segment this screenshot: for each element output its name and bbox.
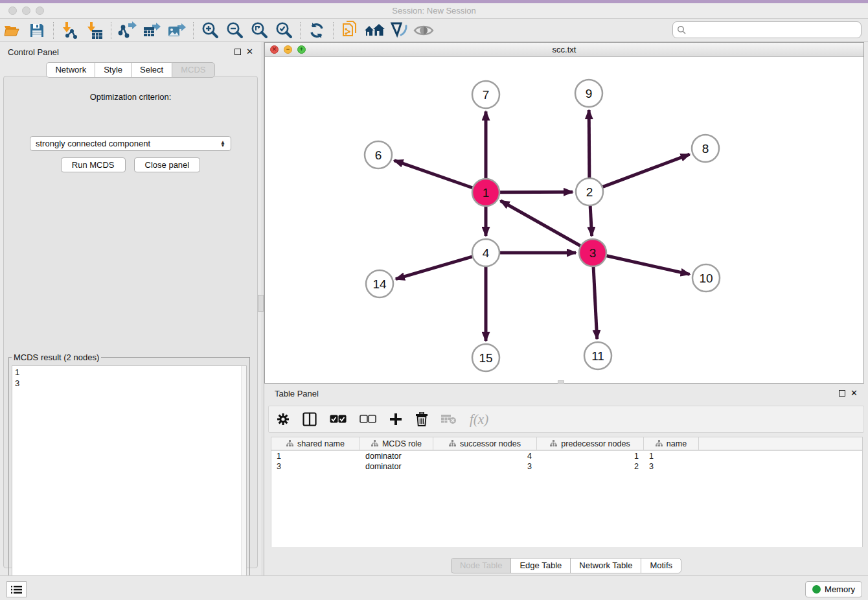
toolbar-separator: [53, 22, 54, 39]
tab-style[interactable]: Style: [95, 62, 131, 78]
home-layout-icon[interactable]: [362, 20, 387, 41]
import-table-icon[interactable]: [82, 20, 107, 41]
network-minimize-icon[interactable]: −: [284, 45, 292, 54]
main-toolbar: [0, 19, 868, 42]
table-cell[interactable]: 2: [537, 462, 644, 471]
graph-node-2[interactable]: 2: [576, 178, 603, 205]
show-graphics-icon[interactable]: [411, 20, 436, 41]
app-title: Session: New Session: [0, 6, 868, 16]
node-table-header: shared nameMCDS rolesuccessor nodesprede…: [271, 437, 862, 451]
memory-status-icon: [812, 585, 821, 594]
tab-mcds[interactable]: MCDS: [172, 62, 214, 78]
network-maximize-icon[interactable]: +: [297, 45, 306, 54]
float-panel-icon[interactable]: [234, 49, 241, 55]
table-cell[interactable]: 3: [644, 462, 699, 471]
table-cell[interactable]: 1: [271, 452, 360, 461]
table-cell[interactable]: dominator: [360, 462, 433, 471]
graph-node-4[interactable]: 4: [472, 239, 499, 266]
add-column-icon[interactable]: [389, 408, 402, 430]
svg-text:15: 15: [479, 351, 492, 365]
edge-4-14[interactable]: [396, 257, 472, 279]
node-table: shared nameMCDS rolesuccessor nodesprede…: [271, 437, 863, 548]
result-scrollbar[interactable]: [241, 366, 246, 600]
column-header-shared-name[interactable]: shared name: [271, 437, 360, 450]
close-panel-button[interactable]: Close panel: [134, 157, 201, 172]
zoom-out-icon[interactable]: [222, 20, 247, 41]
column-header-successor-nodes[interactable]: successor nodes: [433, 437, 537, 450]
svg-text:4: 4: [483, 246, 490, 260]
search-input[interactable]: [689, 25, 861, 35]
table-tab-node-table[interactable]: Node Table: [451, 558, 511, 573]
tab-network[interactable]: Network: [46, 62, 95, 78]
memory-button[interactable]: Memory: [805, 581, 862, 597]
hide-annotations-icon[interactable]: [387, 20, 411, 41]
table-cell[interactable]: 3: [271, 462, 360, 471]
table-row[interactable]: 1dominator411: [271, 451, 862, 461]
graph-node-1[interactable]: 1: [472, 179, 499, 206]
export-image-icon[interactable]: [165, 20, 189, 41]
delete-table-icon-disabled: [441, 408, 457, 430]
select-all-icon[interactable]: [330, 408, 347, 430]
table-cell[interactable]: 1: [644, 452, 699, 461]
table-cell[interactable]: 1: [537, 452, 644, 461]
table-tab-network-table[interactable]: Network Table: [570, 558, 641, 573]
graph-node-11[interactable]: 11: [584, 342, 611, 369]
svg-text:6: 6: [375, 148, 382, 162]
divider-handle[interactable]: [258, 295, 264, 312]
edge-1-2[interactable]: [500, 192, 573, 192]
graph-node-7[interactable]: 7: [472, 81, 499, 108]
refresh-icon[interactable]: [304, 20, 329, 41]
deselect-all-icon[interactable]: [360, 408, 376, 430]
graph-node-10[interactable]: 10: [692, 264, 720, 292]
table-cell[interactable]: 4: [433, 452, 537, 461]
close-panel-icon[interactable]: ✕: [246, 49, 253, 55]
clone-network-icon[interactable]: [337, 20, 362, 41]
table-row[interactable]: 3dominator323: [271, 461, 862, 472]
export-table-icon[interactable]: [140, 20, 165, 41]
table-cell[interactable]: dominator: [360, 452, 433, 461]
open-file-icon[interactable]: [0, 20, 25, 41]
network-canvas[interactable]: 7968124314101511: [265, 57, 863, 382]
graph-node-8[interactable]: 8: [692, 135, 719, 162]
table-settings-gear-icon[interactable]: [277, 408, 290, 430]
edge-2-8[interactable]: [603, 154, 690, 187]
column-header-mcds-role[interactable]: MCDS role: [360, 437, 433, 450]
global-search-field[interactable]: [672, 21, 862, 38]
delete-column-trash-icon[interactable]: [415, 408, 428, 430]
export-network-icon[interactable]: [115, 20, 140, 41]
zoom-in-icon[interactable]: [198, 20, 222, 41]
table-float-panel-icon[interactable]: [839, 390, 845, 397]
edge-2-3[interactable]: [590, 206, 591, 236]
graph-node-6[interactable]: 6: [365, 141, 392, 168]
table-tab-motifs[interactable]: Motifs: [641, 558, 681, 573]
edge-3-1[interactable]: [501, 201, 580, 246]
column-header-predecessor-nodes[interactable]: predecessor nodes: [537, 437, 644, 450]
network-close-icon[interactable]: ✕: [270, 45, 279, 54]
svg-text:9: 9: [586, 87, 593, 100]
run-mcds-button[interactable]: Run MCDS: [61, 157, 126, 172]
table-close-panel-icon[interactable]: ✕: [851, 390, 858, 397]
svg-text:8: 8: [702, 142, 709, 156]
table-cell[interactable]: 3: [433, 462, 537, 471]
mcds-result-area[interactable]: 1 3: [12, 365, 247, 600]
save-session-icon[interactable]: [25, 20, 49, 41]
zoom-selected-icon[interactable]: [271, 20, 296, 41]
edge-1-6[interactable]: [394, 161, 473, 188]
edge-3-11[interactable]: [593, 267, 597, 339]
import-network-icon[interactable]: [58, 20, 82, 41]
network-window-titlebar[interactable]: ✕ − + scc.txt: [265, 43, 863, 57]
graph-node-3[interactable]: 3: [579, 239, 606, 266]
edge-3-10[interactable]: [606, 256, 689, 275]
edge-2-9[interactable]: [589, 110, 589, 178]
toolbar-separator: [111, 22, 111, 39]
column-header-name[interactable]: name: [644, 437, 699, 450]
criterion-dropdown[interactable]: strongly connected component ▲▼: [30, 136, 231, 151]
graph-node-15[interactable]: 15: [472, 344, 499, 371]
graph-node-14[interactable]: 14: [366, 270, 393, 297]
table-tab-edge-table[interactable]: Edge Table: [510, 558, 570, 573]
show-column-panel-icon[interactable]: [303, 408, 317, 430]
graph-node-9[interactable]: 9: [575, 80, 602, 107]
zoom-fit-icon[interactable]: [247, 20, 271, 41]
task-history-button[interactable]: [6, 581, 27, 597]
tab-select[interactable]: Select: [131, 62, 172, 78]
